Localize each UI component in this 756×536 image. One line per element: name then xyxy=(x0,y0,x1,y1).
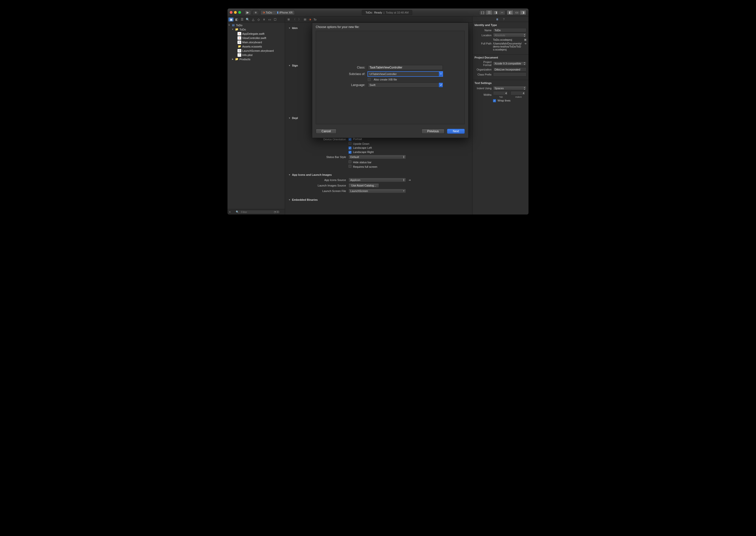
requires-fullscreen-checkbox[interactable] xyxy=(348,165,351,168)
related-items-icon[interactable]: ⊞ xyxy=(286,17,291,21)
prefix-input[interactable] xyxy=(493,72,527,77)
fullpath-label: Full Path xyxy=(475,42,491,45)
stop-button[interactable]: ■ xyxy=(252,10,259,15)
format-label: Project Format xyxy=(475,60,491,66)
location-file: ToDo.xcodeproj xyxy=(493,38,512,41)
indent-width-stepper[interactable]: 4 xyxy=(510,91,525,95)
subclass-combo[interactable]: UITableViewController ▾ xyxy=(368,72,443,77)
project-document-section: Project Document Project FormatXcode 9.3… xyxy=(473,54,529,80)
upside-down-checkbox[interactable] xyxy=(348,142,351,145)
hide-statusbar-checkbox[interactable] xyxy=(348,160,351,163)
previous-button[interactable]: Previous xyxy=(421,129,445,134)
symbol-navigator-tab[interactable]: ☰ xyxy=(240,17,245,21)
breakpoint-navigator-tab[interactable]: ▭ xyxy=(267,17,272,21)
minimize-window-icon[interactable] xyxy=(234,11,237,14)
outline-icon[interactable]: ▤ xyxy=(303,17,308,21)
scm-filter-icon[interactable]: ☒ xyxy=(277,211,279,213)
review-editor-button[interactable]: ↔ xyxy=(499,10,505,15)
tab-width-stepper[interactable]: 4 xyxy=(493,91,508,95)
format-combo[interactable]: Xcode 9.3-compatible▴▾ xyxy=(493,61,527,66)
toggle-debug-button[interactable]: ▭ xyxy=(513,10,520,15)
landscape-right-checkbox[interactable]: ✓ xyxy=(348,151,351,154)
landscape-left-checkbox[interactable]: ✓ xyxy=(348,147,351,150)
next-button[interactable]: Next xyxy=(447,129,465,134)
appicons-source-label: App Icons Source xyxy=(288,179,346,182)
create-xib-checkbox[interactable] xyxy=(368,78,371,81)
recent-filter-icon[interactable]: ◔ xyxy=(274,211,276,213)
debug-navigator-tab[interactable]: ≡ xyxy=(261,17,267,21)
wrap-lines-label: Wrap lines xyxy=(498,99,510,102)
subclass-value: UITableViewController xyxy=(370,73,397,76)
tree-file-row[interactable]: 📁Assets.xcassets xyxy=(227,44,285,49)
toggle-navigator-button[interactable]: ◧ xyxy=(507,10,513,15)
status-ready: Ready xyxy=(374,11,382,14)
chevron-down-icon: ▾ xyxy=(439,72,443,76)
class-name-input[interactable] xyxy=(368,65,443,70)
orientation-label: Device Orientation xyxy=(288,138,346,141)
project-name: ToDo xyxy=(236,24,243,27)
tree-group-row[interactable]: ▼📁 ToDo xyxy=(227,27,285,31)
issue-navigator-tab[interactable]: △ xyxy=(250,17,255,21)
test-navigator-tab[interactable]: ◇ xyxy=(256,17,261,21)
section-embedded[interactable]: ▼Embedded Binaries xyxy=(285,197,472,202)
close-window-icon[interactable] xyxy=(230,11,233,14)
find-navigator-tab[interactable]: 🔍 xyxy=(245,17,250,21)
wrap-lines-checkbox[interactable]: ✓ xyxy=(493,99,496,102)
section-appicons[interactable]: ▼App Icons and Launch Images xyxy=(285,172,472,177)
xcode-window: ▶ ■ ⬗ ToDo 〉 ▮ iPhone XR ToDo: Ready | T… xyxy=(227,9,529,215)
identity-section: Identity and Type Name LocationAbsolute▴… xyxy=(473,22,529,54)
create-xib-label: Also create XIB file xyxy=(374,78,397,81)
add-file-button[interactable]: ＋ xyxy=(228,210,231,214)
zoom-window-icon[interactable] xyxy=(238,11,241,14)
subclass-label: Subclass of: xyxy=(338,72,365,76)
version-editor-button[interactable]: ◨ xyxy=(492,10,499,15)
jumpbar-crumb[interactable]: To xyxy=(312,18,317,21)
appicons-source-combo[interactable]: AppIcon▴▾ xyxy=(348,178,406,182)
use-asset-catalog-button[interactable]: Use Asset Catalog... xyxy=(348,183,379,188)
forward-button[interactable]: 〉 xyxy=(297,17,302,21)
window-controls xyxy=(230,11,241,14)
assistant-editor-button[interactable]: ☰ xyxy=(486,10,492,15)
inspector-panel: 🗎 ? Identity and Type Name LocationAbsol… xyxy=(473,17,529,215)
language-value: Swift xyxy=(370,84,376,86)
cancel-button[interactable]: Cancel xyxy=(316,129,337,134)
tree-file-row[interactable]: ◫LaunchScreen.storyboard xyxy=(227,49,285,53)
tree-products-row[interactable]: ▶📁 Products xyxy=(227,57,285,61)
standard-editor-button[interactable]: { } xyxy=(479,10,486,15)
tree-file-row[interactable]: ◫Main.storyboard xyxy=(227,40,285,44)
toggle-inspector-button[interactable]: ◨ xyxy=(520,10,526,15)
scheme-selector[interactable]: ⬗ ToDo 〉 ▮ iPhone XR xyxy=(260,10,295,15)
help-inspector-tab[interactable]: ? xyxy=(502,17,506,21)
tree-file-row[interactable]: ≣Info.plist xyxy=(227,53,285,57)
panel-toggle-segment: ◧ ▭ ◨ xyxy=(507,10,526,15)
launch-file-combo[interactable]: LaunchScreen▾ xyxy=(348,189,406,193)
statusbar-style-label: Status Bar Style xyxy=(288,155,346,158)
appicons-reveal-icon[interactable]: ➜ xyxy=(409,179,411,182)
identity-heading: Identity and Type xyxy=(475,23,527,26)
search-icon: 🔍 xyxy=(236,211,239,213)
report-navigator-tab[interactable]: ☐ xyxy=(273,17,278,21)
source-control-tab[interactable]: ◧ xyxy=(234,17,239,21)
location-combo[interactable]: Absolute▴▾ xyxy=(493,33,527,37)
editor-mode-segment: { } ☰ ◨ ↔ xyxy=(479,10,505,15)
project-navigator-tab[interactable]: ▣ xyxy=(228,17,234,21)
widths-label: Widths xyxy=(475,93,491,96)
org-label: Organization xyxy=(475,68,491,71)
back-button[interactable]: 〈 xyxy=(291,17,297,21)
reveal-in-finder-icon[interactable]: ➜ xyxy=(524,42,527,45)
tree-file-row[interactable]: sViewController.swift xyxy=(227,36,285,40)
name-input[interactable] xyxy=(493,28,527,32)
folder-icon[interactable]: ▣ xyxy=(524,38,527,41)
run-button[interactable]: ▶ xyxy=(245,10,251,15)
tree-project-row[interactable]: ▼▤ ToDo xyxy=(227,23,285,27)
statusbar-style-combo[interactable]: Default▴▾ xyxy=(348,155,406,159)
indent-using-combo[interactable]: Spaces▴▾ xyxy=(493,86,527,90)
language-combo[interactable]: Swift ▴▾ xyxy=(368,83,443,87)
file-inspector-tab[interactable]: 🗎 xyxy=(495,17,500,21)
chevron-updown-icon: ▴▾ xyxy=(439,83,443,87)
jump-bar: ⊞ 〈 〉 ▤ ⬗ To xyxy=(285,17,472,22)
products-name: Products xyxy=(240,58,250,61)
tree-file-row[interactable]: sAppDelegate.swift xyxy=(227,31,285,36)
org-input[interactable] xyxy=(493,67,527,72)
portrait-checkbox[interactable]: ✓ xyxy=(348,138,351,141)
